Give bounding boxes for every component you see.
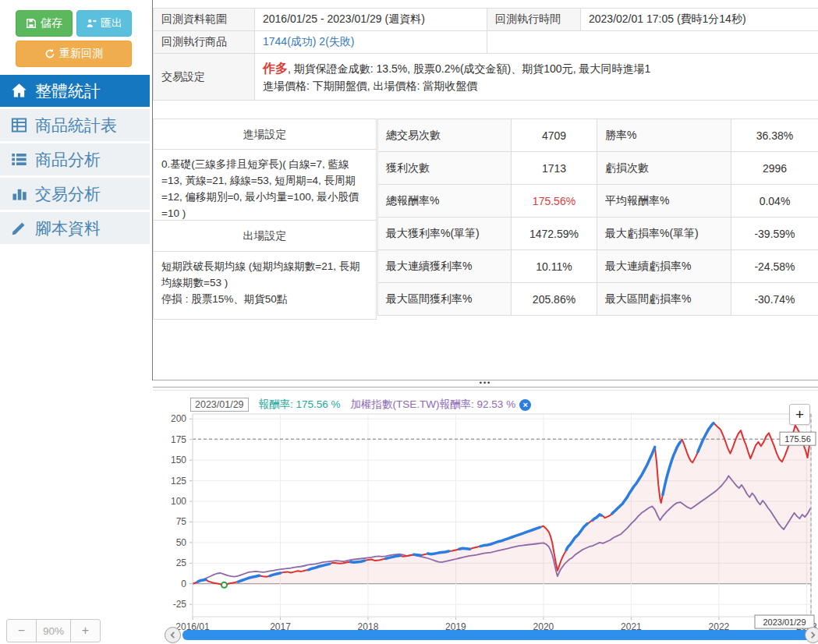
- scroll-left-button[interactable]: [165, 627, 181, 643]
- svg-text:175: 175: [171, 434, 186, 445]
- trade-direction-highlight: 作多: [263, 62, 288, 75]
- chart-plot-area[interactable]: -2502550751001251501752002016/0120172018…: [153, 391, 818, 644]
- stat-label: 最大連續虧損率%: [597, 250, 731, 283]
- entry-settings-description: 0.基礎(三線多排且短穿長)( 白線=7, 藍線=13, 黃線=21, 綠線=5…: [153, 150, 377, 221]
- table-icon: [10, 116, 28, 134]
- exit-settings-header: 出場設定: [153, 221, 377, 252]
- svg-text:0: 0: [181, 579, 186, 589]
- chart-zoom-in-button[interactable]: +: [789, 404, 810, 425]
- stat-value: 205.86%: [512, 283, 597, 316]
- export-button-label: 匯出: [101, 16, 122, 30]
- table-row: 獲利次數 1713 虧損次數 2996: [378, 152, 818, 185]
- stat-label: 勝率%: [597, 119, 731, 152]
- backtest-products-label: 回測執行商品: [154, 31, 255, 54]
- legend-strategy-return: 報酬率: 175.56 %: [259, 398, 341, 412]
- sidebar-menu: 整體統計 商品統計表 商品分析 交易分析 腳本資料: [0, 75, 150, 246]
- stat-label: 最大虧損率%(單筆): [597, 218, 731, 250]
- svg-text:200: 200: [171, 413, 186, 424]
- exit-settings-line1: 短期跌破長期均線 (短期均線期數=21, 長期均線期數=53 ): [161, 258, 368, 291]
- backtest-time-value: 2023/02/01 17:05 (費時1分14秒): [581, 9, 818, 31]
- stat-label: 總交易次數: [378, 119, 512, 152]
- table-row: 總報酬率% 175.56% 平均報酬率% 0.04%: [378, 185, 818, 218]
- stat-value: 0.04%: [731, 185, 818, 218]
- sidebar-item-overall-stats[interactable]: 整體統計: [0, 75, 150, 107]
- scroll-right-button[interactable]: [805, 627, 818, 643]
- svg-text:125: 125: [171, 476, 186, 487]
- trade-settings-line1: , 期貨保證金成數: 13.5%, 股票0.2%(成交金額)、期貨100元, 最…: [288, 62, 650, 75]
- export-icon: [86, 18, 97, 29]
- entry-settings-header: 進場設定: [153, 119, 377, 150]
- sidebar-item-trade-analysis[interactable]: 交易分析: [0, 178, 150, 210]
- backtest-products-link[interactable]: 1744(成功) 2(失敗): [263, 35, 354, 48]
- stat-value: 1472.59%: [512, 218, 597, 250]
- svg-text:150: 150: [171, 455, 186, 465]
- chart-legend: 2023/01/29 報酬率: 175.56 % 加權指數(TSE.TW)報酬率…: [190, 398, 531, 412]
- trade-settings-value: 作多, 期貨保證金成數: 13.5%, 股票0.2%(成交金額)、期貨100元,…: [255, 54, 818, 101]
- svg-text:75: 75: [176, 516, 187, 527]
- svg-text:-25: -25: [173, 599, 187, 610]
- chevron-left-icon: [169, 632, 176, 639]
- stat-value: -30.74%: [731, 283, 818, 316]
- stat-value: -39.59%: [731, 218, 818, 250]
- sidebar-item-label: 交易分析: [35, 183, 101, 205]
- svg-text:175.56: 175.56: [784, 434, 811, 444]
- rerun-backtest-button[interactable]: 重新回測: [16, 41, 132, 67]
- stat-label: 最大區間獲利率%: [378, 283, 512, 316]
- stat-label: 獲利次數: [378, 152, 512, 185]
- save-icon: [26, 18, 37, 29]
- bar-chart-icon: [10, 185, 28, 203]
- backtest-time-label: 回測執行時間: [487, 9, 581, 31]
- sidebar-item-label: 商品統計表: [35, 115, 117, 136]
- stat-value: 1713: [512, 152, 597, 185]
- table-row: 總交易次數 4709 勝率% 36.38%: [378, 119, 818, 152]
- equity-curve-chart[interactable]: -2502550751001251501752002016/0120172018…: [153, 390, 818, 644]
- stat-label: 最大連續獲利率%: [378, 250, 512, 283]
- strategy-settings-panel: 進場設定 0.基礎(三線多排且短穿長)( 白線=7, 藍線=13, 黃線=21,…: [153, 119, 377, 320]
- save-button-label: 儲存: [41, 16, 62, 30]
- zoom-out-button[interactable]: −: [6, 619, 37, 642]
- trade-settings-label: 交易設定: [154, 54, 255, 101]
- stat-label: 最大獲利率%(單筆): [378, 218, 512, 250]
- list-icon: [10, 150, 28, 168]
- stat-value: 2996: [731, 152, 818, 185]
- crosshair-date-box: 2023/01/29: [190, 398, 249, 412]
- table-row: 最大區間獲利率% 205.86% 最大區間虧損率% -30.74%: [378, 283, 818, 316]
- svg-text:50: 50: [176, 537, 187, 548]
- export-button[interactable]: 匯出: [76, 10, 132, 37]
- panel-splitter-handle[interactable]: •••: [153, 380, 818, 387]
- refresh-icon: [44, 48, 55, 59]
- svg-text:25: 25: [176, 557, 187, 568]
- table-row: 最大連續獲利率% 10.11% 最大連續虧損率% -24.58%: [378, 250, 818, 283]
- trade-settings-line2: 進場價格: 下期開盤價, 出場價格: 當期收盤價: [263, 77, 810, 94]
- save-button[interactable]: 儲存: [16, 10, 73, 37]
- sidebar-item-product-analysis[interactable]: 商品分析: [0, 143, 150, 175]
- legend-index-return: 加權指數(TSE.TW)報酬率: 92.53 %: [351, 398, 516, 412]
- stat-label: 總報酬率%: [378, 185, 512, 218]
- backtest-info-table: 回測資料範圍 2016/01/25 - 2023/01/29 (週資料) 回測執…: [153, 8, 818, 101]
- zoom-level: 90%: [36, 619, 71, 642]
- stat-label: 虧損次數: [597, 152, 731, 185]
- backtest-range-value: 2016/01/25 - 2023/01/29 (週資料): [255, 9, 487, 31]
- exit-settings-description: 短期跌破長期均線 (短期均線期數=21, 長期均線期數=53 ) 停損 : 股票…: [153, 252, 377, 320]
- sidebar-item-script-data[interactable]: 腳本資料: [0, 212, 150, 244]
- sidebar-item-product-stats-table[interactable]: 商品統計表: [0, 109, 150, 141]
- home-icon: [10, 82, 28, 100]
- page-zoom-controls: − 90% +: [6, 619, 101, 642]
- sidebar-item-label: 整體統計: [35, 80, 101, 102]
- stat-label: 最大區間虧損率%: [597, 283, 731, 316]
- backtest-range-label: 回測資料範圍: [154, 9, 255, 31]
- rerun-button-label: 重新回測: [59, 47, 103, 61]
- empty-cell: [487, 31, 818, 54]
- svg-text:2023/01/29: 2023/01/29: [763, 617, 806, 627]
- stat-value: 4709: [512, 119, 597, 152]
- chevron-right-icon: [809, 632, 816, 639]
- remove-index-series-icon[interactable]: ×: [519, 399, 531, 411]
- stat-label: 平均報酬率%: [597, 185, 731, 218]
- pencil-icon: [10, 219, 28, 237]
- exit-settings-line2: 停損 : 股票15%、期貨50點: [161, 291, 368, 307]
- stat-value: 10.11%: [512, 250, 597, 283]
- chart-scrollbar[interactable]: [182, 630, 818, 640]
- zoom-in-button[interactable]: +: [70, 619, 101, 642]
- sidebar-item-label: 腳本資料: [35, 218, 101, 239]
- stat-value: 36.38%: [731, 119, 818, 152]
